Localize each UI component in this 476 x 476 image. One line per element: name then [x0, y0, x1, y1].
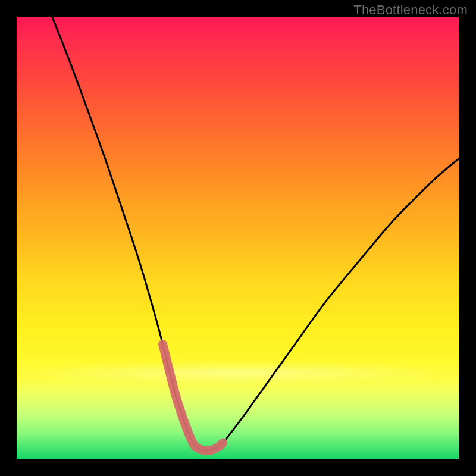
- bottleneck-curve: [52, 17, 459, 450]
- optimal-range-highlight: [163, 345, 223, 451]
- plot-area: [17, 17, 459, 459]
- outer-black-frame: TheBottleneck.com: [0, 0, 476, 476]
- watermark-text: TheBottleneck.com: [353, 2, 468, 18]
- curve-layer: [17, 17, 459, 459]
